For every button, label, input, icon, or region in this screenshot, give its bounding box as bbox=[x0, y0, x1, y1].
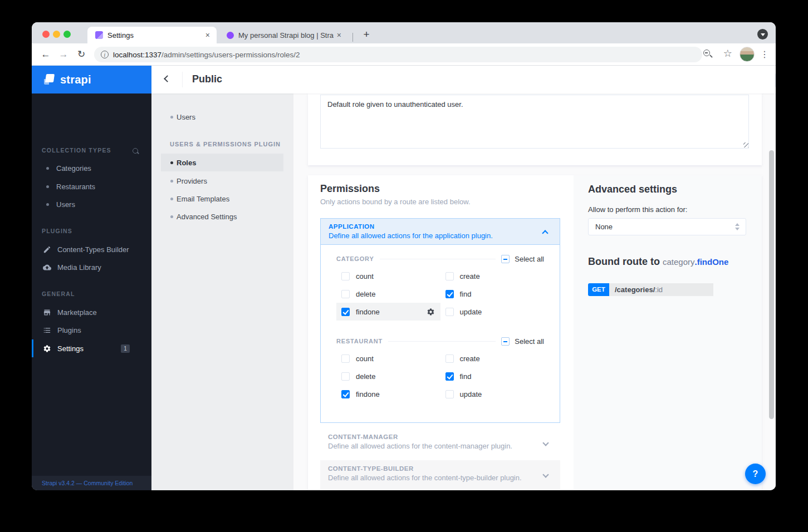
content-manager-accordion[interactable]: CONTENT-MANAGER Define all allowed actio… bbox=[320, 428, 560, 457]
perm-category-update[interactable]: update bbox=[440, 303, 545, 321]
checkbox[interactable] bbox=[445, 390, 454, 398]
perm-category-find[interactable]: find bbox=[440, 285, 545, 303]
restaurant-section-header: RESTAURANT Select all bbox=[336, 336, 544, 346]
browser-toolbar: ← → ↻ i localhost:1337/admin/settings/us… bbox=[32, 43, 776, 66]
bullet-icon bbox=[46, 203, 49, 206]
perm-restaurant-update[interactable]: update bbox=[440, 385, 545, 403]
sidebar-item-plugins[interactable]: Plugins bbox=[32, 321, 151, 339]
help-button[interactable]: ? bbox=[745, 464, 766, 484]
perm-restaurant-delete[interactable]: delete bbox=[336, 367, 440, 385]
tab-settings[interactable]: Settings × bbox=[87, 27, 217, 43]
sidebar-item-restaurants[interactable]: Restaurants bbox=[32, 178, 151, 195]
strapi-logo[interactable]: strapi bbox=[32, 66, 151, 93]
checkbox[interactable] bbox=[445, 290, 454, 298]
browser-menu-icon[interactable]: ⋮ bbox=[760, 47, 769, 62]
bullet-icon bbox=[170, 215, 173, 218]
permission-settings-button[interactable] bbox=[427, 308, 435, 316]
url-host: localhost:1337 bbox=[113, 51, 161, 59]
http-method-badge: GET bbox=[588, 283, 609, 296]
sidebar-item-categories[interactable]: Categories bbox=[32, 159, 151, 177]
subnav-item-email-templates[interactable]: Email Templates bbox=[161, 190, 283, 208]
sidebar-item-settings[interactable]: Settings 1 bbox=[32, 339, 151, 357]
store-icon bbox=[43, 308, 51, 317]
role-description-textarea[interactable]: Default role given to unauthenticated us… bbox=[320, 95, 749, 149]
strapi-version-footer: Strapi v3.4.2 — Community Edition bbox=[32, 476, 151, 490]
checkbox[interactable] bbox=[341, 390, 350, 398]
checkbox[interactable] bbox=[341, 272, 350, 280]
pencil-icon bbox=[43, 245, 51, 254]
info-icon[interactable]: i bbox=[101, 51, 109, 58]
close-tab-icon[interactable]: × bbox=[334, 31, 348, 40]
gear-icon bbox=[43, 344, 51, 353]
checkbox[interactable] bbox=[341, 290, 350, 298]
subnav-item-providers[interactable]: Providers bbox=[161, 172, 283, 190]
checkbox[interactable] bbox=[341, 354, 350, 363]
zoom-out-icon[interactable] bbox=[703, 50, 713, 60]
perm-category-findone[interactable]: findone bbox=[336, 303, 440, 321]
address-bar[interactable]: i localhost:1337/admin/settings/users-pe… bbox=[94, 47, 702, 62]
subnav-item-roles[interactable]: Roles bbox=[161, 154, 283, 171]
back-icon[interactable]: ← bbox=[38, 47, 53, 62]
window-zoom-button[interactable] bbox=[63, 31, 71, 38]
back-button[interactable] bbox=[151, 66, 182, 93]
perm-category-count[interactable]: count bbox=[336, 267, 440, 285]
sidebar-item-media-library[interactable]: Media Library bbox=[32, 258, 151, 276]
main-content: Default role given to unauthenticated us… bbox=[293, 93, 776, 490]
url-path: /admin/settings/users-permissions/roles/… bbox=[161, 51, 300, 59]
application-accordion-header[interactable]: APPLICATION Define all allowed actions f… bbox=[320, 218, 560, 245]
window-close-button[interactable] bbox=[42, 31, 50, 38]
select-value: None bbox=[595, 223, 613, 231]
resize-handle-icon[interactable] bbox=[743, 142, 748, 147]
category-select-all-checkbox[interactable] bbox=[501, 255, 510, 263]
window-minimize-button[interactable] bbox=[53, 31, 60, 38]
perm-category-delete[interactable]: delete bbox=[336, 285, 440, 303]
sidebar-item-users[interactable]: Users bbox=[32, 195, 151, 213]
bullet-icon bbox=[46, 185, 49, 188]
checkbox[interactable] bbox=[341, 308, 350, 316]
perm-restaurant-find[interactable]: find bbox=[440, 367, 545, 385]
new-tab-button[interactable]: + bbox=[359, 28, 374, 42]
perm-restaurant-count[interactable]: count bbox=[336, 349, 440, 367]
vertical-scrollbar[interactable] bbox=[769, 150, 774, 419]
bullet-icon bbox=[170, 180, 173, 183]
checkbox[interactable] bbox=[445, 354, 454, 363]
tab-blog[interactable]: My personal Strapi blog | Strap × bbox=[221, 27, 348, 43]
checkbox[interactable] bbox=[445, 372, 454, 381]
perm-restaurant-findone[interactable]: findone bbox=[336, 385, 440, 403]
version-text[interactable]: Strapi v3.4.2 — Community Edition bbox=[42, 480, 133, 486]
perm-restaurant-create[interactable]: create bbox=[440, 349, 545, 367]
bound-route-row: GET /categories/:id bbox=[588, 283, 713, 296]
content-type-builder-accordion[interactable]: CONTENT-TYPE-BUILDER Define all allowed … bbox=[320, 460, 560, 489]
checkbox[interactable] bbox=[445, 308, 454, 316]
permissions-title: Permissions bbox=[320, 183, 380, 195]
route-action: .findOne bbox=[695, 257, 729, 267]
checkbox[interactable] bbox=[445, 272, 454, 280]
close-tab-icon[interactable]: × bbox=[202, 31, 217, 40]
checkbox[interactable] bbox=[341, 372, 350, 381]
strapi-logo-icon bbox=[44, 74, 56, 86]
subnav-item-advanced-settings[interactable]: Advanced Settings bbox=[161, 208, 283, 225]
bound-route-heading: Bound route to category.findOne bbox=[588, 256, 728, 268]
page-title: Public bbox=[192, 73, 222, 85]
bullet-icon bbox=[170, 198, 173, 200]
browser-window: Settings × My personal Strapi blog | Str… bbox=[32, 22, 776, 490]
action-for-select[interactable]: None bbox=[588, 218, 746, 235]
settings-subnav: Users USERS & PERMISSIONS PLUGIN Roles P… bbox=[151, 93, 293, 490]
select-all-label: Select all bbox=[515, 337, 544, 346]
reset-button[interactable]: Reset bbox=[775, 73, 776, 88]
subnav-item-users[interactable]: Users bbox=[161, 108, 283, 126]
profile-avatar[interactable] bbox=[740, 47, 755, 62]
tab-strip: Settings × My personal Strapi blog | Str… bbox=[32, 22, 776, 43]
section-collection-types: COLLECTION TYPES bbox=[42, 147, 111, 155]
forward-icon[interactable]: → bbox=[56, 47, 71, 62]
search-icon[interactable] bbox=[133, 148, 139, 155]
reload-icon[interactable]: ↻ bbox=[74, 47, 89, 62]
restaurant-select-all-checkbox[interactable] bbox=[501, 337, 510, 346]
select-arrows-icon bbox=[735, 223, 740, 230]
sidebar-item-content-types-builder[interactable]: Content-Types Builder bbox=[32, 240, 151, 258]
tab-search-chevron-icon[interactable] bbox=[757, 29, 768, 40]
accordion-description: Define all allowed actions for the conte… bbox=[328, 442, 552, 450]
bookmark-star-icon[interactable]: ☆ bbox=[723, 47, 732, 60]
sidebar-item-marketplace[interactable]: Marketplace bbox=[32, 303, 151, 321]
perm-category-create[interactable]: create bbox=[440, 267, 545, 285]
